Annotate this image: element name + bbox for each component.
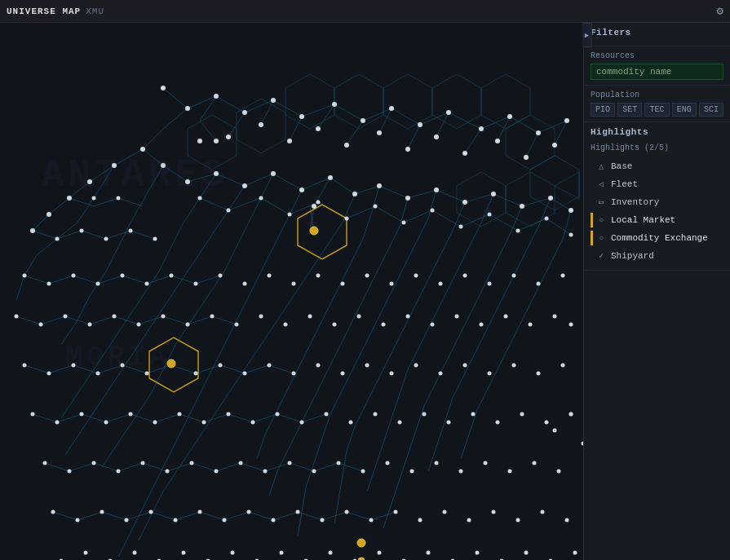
highlight-item-fleet[interactable]: ◁ Fleet [591, 175, 723, 193]
svg-line-94 [265, 239, 277, 263]
svg-line-274 [45, 463, 69, 471]
svg-point-384 [92, 196, 96, 201]
svg-line-266 [131, 414, 155, 422]
highlight-item-base[interactable]: △ Base [591, 157, 723, 175]
svg-line-72 [179, 259, 196, 284]
svg-marker-325 [457, 172, 506, 227]
svg-line-71 [196, 235, 212, 259]
svg-line-150 [290, 422, 302, 447]
svg-line-142 [387, 227, 400, 251]
highlight-item-local-market[interactable]: ○ Local Market [591, 211, 723, 229]
svg-point-562 [573, 551, 577, 555]
svg-line-180 [481, 194, 493, 223]
svg-line-35 [49, 198, 69, 214]
svg-point-536 [467, 518, 471, 523]
map-watermark: ANTARES [41, 153, 228, 197]
svg-point-520 [76, 518, 80, 523]
pop-btn-pio[interactable]: PIO [591, 103, 615, 117]
svg-point-510 [361, 470, 365, 474]
svg-point-355 [462, 151, 467, 156]
svg-line-91 [102, 443, 118, 467]
pop-btn-eng[interactable]: ENG [672, 103, 697, 117]
svg-line-175 [355, 402, 367, 426]
highlight-label-commodity-exchange: Commodity Exchange [611, 233, 708, 243]
pop-btn-set[interactable]: SET [617, 103, 642, 117]
svg-line-177 [343, 451, 347, 475]
svg-point-445 [431, 323, 435, 327]
base-icon: △ [595, 161, 607, 172]
svg-line-307 [375, 206, 404, 223]
svg-line-283 [265, 463, 290, 471]
svg-line-232 [106, 231, 131, 239]
svg-line-206 [526, 227, 538, 251]
right-panel: Filters Resources Population PIO SET TEC… [583, 23, 730, 560]
svg-line-11 [449, 112, 481, 129]
svg-line-160 [343, 365, 355, 390]
svg-point-433 [137, 323, 141, 327]
resources-input[interactable] [591, 64, 723, 80]
svg-line-170 [416, 280, 428, 304]
svg-point-521 [100, 510, 104, 514]
panel-toggle[interactable]: ▶ [582, 23, 592, 47]
svg-line-49 [37, 239, 57, 255]
svg-line-41 [273, 174, 302, 190]
svg-point-490 [423, 412, 427, 417]
svg-point-466 [390, 372, 394, 376]
svg-line-198 [436, 357, 449, 381]
svg-line-30 [526, 133, 538, 157]
svg-line-214 [436, 422, 445, 447]
highlight-item-commodity-exchange[interactable]: ○ Commodity Exchange [591, 229, 723, 247]
svg-line-196 [461, 308, 473, 333]
svg-point-483 [251, 421, 255, 425]
svg-point-517 [533, 461, 537, 465]
svg-point-585 [569, 412, 573, 417]
svg-line-280 [192, 463, 216, 471]
svg-line-258 [196, 365, 220, 373]
svg-line-247 [139, 316, 163, 324]
pop-btn-sci[interactable]: SCI [699, 103, 723, 117]
svg-line-306 [347, 206, 375, 218]
svg-point-428 [15, 315, 19, 319]
svg-point-452 [23, 364, 27, 368]
svg-line-233 [131, 231, 155, 239]
svg-line-69 [228, 186, 245, 210]
svg-point-424 [488, 282, 492, 286]
svg-point-523 [149, 510, 153, 514]
svg-point-395 [316, 201, 321, 205]
svg-line-234 [24, 276, 49, 284]
svg-line-116 [343, 194, 355, 223]
svg-point-586 [553, 429, 557, 433]
highlight-item-inventory[interactable]: ▭ Inventory [591, 193, 723, 211]
svg-point-342 [564, 118, 569, 123]
svg-line-282 [241, 463, 265, 471]
svg-point-351 [344, 143, 349, 148]
svg-point-534 [418, 518, 423, 523]
svg-point-332 [271, 98, 276, 103]
svg-marker-315 [334, 74, 383, 129]
svg-line-51 [16, 276, 24, 300]
svg-point-507 [288, 461, 292, 465]
svg-point-459 [219, 364, 223, 368]
commodity-exchange-active-bar [591, 231, 593, 245]
svg-line-42 [302, 178, 330, 190]
svg-point-472 [537, 372, 541, 376]
svg-point-352 [377, 130, 382, 135]
svg-point-393 [259, 196, 263, 201]
svg-point-522 [125, 518, 129, 523]
svg-point-382 [357, 539, 365, 547]
settings-icon[interactable]: ⚙ [717, 4, 723, 18]
svg-line-5 [273, 100, 302, 117]
svg-point-430 [64, 315, 68, 319]
pop-btn-tec[interactable]: TEC [644, 103, 669, 117]
highlight-item-shipyard[interactable]: ✓ Shipyard [591, 247, 723, 265]
svg-line-184 [432, 296, 445, 320]
svg-line-89 [135, 394, 151, 418]
population-buttons: PIO SET TEC ENG SCI [591, 103, 723, 117]
svg-point-373 [405, 196, 410, 201]
svg-line-152 [269, 471, 277, 496]
svg-line-135 [314, 312, 326, 337]
svg-point-538 [516, 518, 520, 523]
svg-line-105 [131, 508, 143, 532]
svg-line-7 [334, 104, 363, 121]
svg-line-104 [143, 483, 155, 508]
